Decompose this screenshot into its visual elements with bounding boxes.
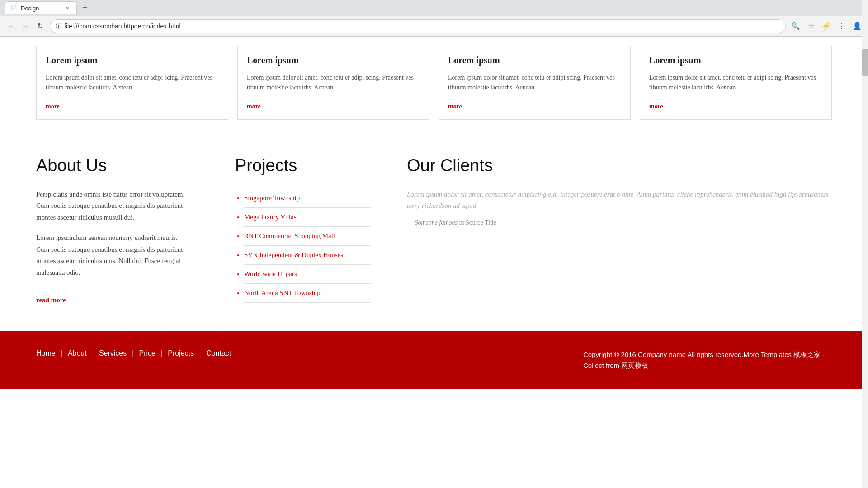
card-3-more-link[interactable]: more [448, 103, 462, 110]
scrollbar-track[interactable] [862, 0, 868, 389]
projects-heading: Projects [235, 156, 371, 175]
browser-chrome: 📄 Design × + ← → ↻ ⓘ 🔍 ☆ ⚡ ⋮ 👤 [0, 0, 868, 37]
tab-close-button[interactable]: × [64, 5, 71, 12]
card-3-title: Lorem ipsum [448, 55, 621, 66]
main-sections: About Us Perspiciatis unde omnis iste na… [0, 138, 868, 332]
active-tab[interactable]: 📄 Design × [5, 1, 77, 14]
project-item-5[interactable]: World wide IT park [244, 265, 371, 284]
projects-section: Projects Singapore Township Mega luxury … [217, 156, 389, 305]
project-link-3[interactable]: RNT Commercial Shopping Mall [244, 232, 335, 239]
testimonial-author: — Someone famous in Source Title [407, 219, 832, 226]
card-1-body: Lorem ipsum dolor sit amet, conc tetu er… [46, 73, 219, 93]
forward-button[interactable]: → [19, 20, 32, 33]
card-3-body: Lorem ipsum dolor sit amet, conc tetu er… [448, 73, 621, 93]
project-link-1[interactable]: Singapore Township [244, 194, 300, 202]
card-1-more-link[interactable]: more [46, 103, 60, 110]
card-2-title: Lorem ipsum [247, 55, 420, 66]
clients-section: Our Clients Lorem ipsum dolor sit amet, … [389, 156, 832, 305]
card-2-body: Lorem ipsum dolor sit amet, conc tetu er… [247, 73, 420, 93]
footer-nav-services[interactable]: Services [99, 349, 127, 357]
copyright-line1: Copyright © 2016.Company name All rights… [583, 351, 744, 358]
scrollbar-thumb[interactable] [862, 49, 868, 76]
testimonial-text: Lorem ipsum dolor sit amet, consectetur … [407, 189, 832, 212]
clients-heading: Our Clients [407, 156, 832, 175]
reload-button[interactable]: ↻ [33, 20, 46, 33]
author-in: in [458, 219, 466, 226]
footer-copyright: Copyright © 2016.Company name All rights… [583, 349, 832, 371]
card-4: Lorem ipsum Lorem ipsum dolor sit amet, … [640, 46, 832, 120]
footer-nav-about[interactable]: About [68, 349, 87, 357]
browser-actions: 🔍 ☆ ⚡ ⋮ 👤 [789, 20, 863, 33]
card-4-more-link[interactable]: more [649, 103, 663, 110]
footer-sep-2: | [92, 349, 94, 357]
project-item-6[interactable]: North Arena SNT Township [244, 284, 371, 303]
author-source: Source Title [466, 219, 496, 226]
nav-buttons: ← → ↻ [5, 20, 46, 33]
zoom-button[interactable]: 🔍 [789, 20, 802, 33]
project-link-2[interactable]: Mega luxury Villas [244, 213, 296, 221]
about-paragraph-2: Lorem ipsumulum aenean noummy endrerit m… [36, 232, 190, 278]
project-link-6[interactable]: North Arena SNT Township [244, 289, 321, 296]
footer-sep-1: | [61, 349, 62, 357]
extension-button[interactable]: ⚡ [820, 20, 833, 33]
card-1-title: Lorem ipsum [46, 55, 219, 66]
card-2: Lorem ipsum Lorem ipsum dolor sit amet, … [237, 46, 429, 120]
back-button[interactable]: ← [5, 20, 17, 33]
project-item-1[interactable]: Singapore Township [244, 189, 371, 208]
card-1: Lorem ipsum Lorem ipsum dolor sit amet, … [36, 46, 228, 120]
read-more-link[interactable]: read more [36, 296, 66, 304]
project-item-3[interactable]: RNT Commercial Shopping Mall [244, 227, 371, 246]
new-tab-button[interactable]: + [79, 2, 91, 14]
tab-page-icon: 📄 [10, 5, 17, 11]
author-prefix: — [407, 219, 415, 226]
project-item-4[interactable]: SVN Independent & Duplex Houses [244, 246, 371, 265]
about-section: About Us Perspiciatis unde omnis iste na… [36, 156, 217, 305]
footer-nav-price[interactable]: Price [139, 349, 155, 357]
address-bar[interactable]: ⓘ [50, 19, 786, 33]
browser-controls: ← → ↻ ⓘ 🔍 ☆ ⚡ ⋮ 👤 [0, 16, 868, 36]
about-heading: About Us [36, 156, 190, 175]
cards-section: Lorem ipsum Lorem ipsum dolor sit amet, … [0, 37, 868, 138]
card-4-title: Lorem ipsum [649, 55, 822, 66]
bookmark-button[interactable]: ☆ [805, 20, 817, 33]
about-paragraph-1: Perspiciatis unde omnis iste natus error… [36, 189, 190, 224]
project-item-2[interactable]: Mega luxury Villas [244, 208, 371, 227]
project-link-5[interactable]: World wide IT park [244, 270, 297, 277]
footer-nav-contact[interactable]: Contact [206, 349, 231, 357]
footer: Home | About | Services | Price | Projec… [0, 331, 868, 389]
address-icon: ⓘ [56, 22, 61, 30]
card-2-more-link[interactable]: more [247, 103, 261, 110]
footer-nav-projects[interactable]: Projects [168, 349, 194, 357]
projects-list: Singapore Township Mega luxury Villas RN… [235, 189, 371, 303]
footer-nav: Home | About | Services | Price | Projec… [36, 349, 231, 357]
footer-sep-5: | [199, 349, 201, 357]
project-link-4[interactable]: SVN Independent & Duplex Houses [244, 251, 343, 258]
footer-sep-3: | [132, 349, 133, 357]
card-3: Lorem ipsum Lorem ipsum dolor sit amet, … [439, 46, 631, 120]
menu-button[interactable]: ⋮ [835, 20, 848, 33]
footer-nav-home[interactable]: Home [36, 349, 56, 357]
browser-titlebar: 📄 Design × + [0, 0, 868, 16]
footer-sep-4: | [161, 349, 162, 357]
tab-title: Design [21, 5, 39, 12]
card-4-body: Lorem ipsum dolor sit amet, conc tetu er… [649, 73, 822, 93]
author-name: Someone famous [415, 219, 458, 226]
address-input[interactable] [64, 23, 780, 30]
